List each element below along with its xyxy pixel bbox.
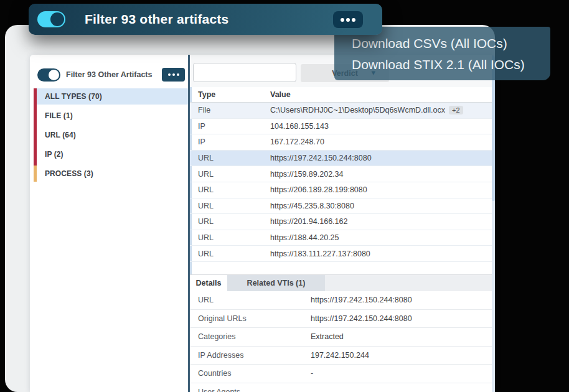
detail-row: Categories Extracted [190,328,492,347]
search-input[interactable] [194,68,302,77]
table-header: Type Value [190,87,492,103]
sidebar-item-all-types[interactable]: ALL TYPES (70) [37,88,188,105]
ellipsis-icon [346,18,350,22]
menu-item-download-csv[interactable]: Download CSVs (All IOCs) [334,33,550,54]
detail-row: Countries - [190,365,492,383]
sidebar-item-url[interactable]: URL (64) [37,127,188,143]
ioc-value: https://206.189.28.199:8080 [270,185,492,194]
ioc-value: 104.168.155.143 [270,122,492,131]
sidebar-filter-toggle[interactable] [37,68,60,82]
ioc-type: URL [190,202,270,210]
ioc-value: https://183.111.227.137:8080 [270,250,492,258]
ioc-value: 167.172.248.70 [270,138,492,146]
ioc-value: https://159.89.202.34 [270,170,492,179]
menu-item-download-stix[interactable]: Download STIX 2.1 (All IOCs) [334,54,550,75]
ellipsis-icon [341,18,344,22]
details-panel: URL https://197.242.150.244:8080 Origina… [190,291,492,392]
tab-details[interactable]: Details [190,275,227,291]
ioc-type: URL [190,185,270,194]
sidebar-item-ip[interactable]: IP (2) [37,146,188,162]
ioc-value: https://201.94.166.162 [270,217,492,226]
ellipsis-icon [177,73,179,76]
ioc-type: URL [190,250,270,258]
filter-banner: Filter 93 other artifacts [29,4,382,35]
table-row[interactable]: URL https://183.111.227.137:8080 [190,246,492,262]
ioc-type: IP [190,122,270,131]
detail-value: - [311,369,313,378]
detail-label: URL [190,296,311,304]
ioc-value: https://197.242.150.244:8080 [270,154,492,162]
detail-label: Original URLs [190,314,311,323]
ioc-value: https://45.235.8.30:8080 [270,202,492,210]
sidebar-filter-label: Filter 93 Other Artifacts [66,70,152,79]
detail-row: User Agents [190,383,492,392]
ellipsis-icon [172,73,175,76]
table-row[interactable]: File C:\Users\RDHJ0C~1\Desktop\5Dq6sWcmD… [190,103,492,119]
ioc-type: URL [190,170,270,179]
table-row[interactable]: URL https://201.94.166.162 [190,214,492,230]
detail-value: https://197.242.150.244:8080 [311,296,412,304]
detail-row: Original URLs https://197.242.150.244:80… [190,310,492,329]
table-row[interactable]: URL https://188.44.20.25 [190,230,492,246]
ioc-type: URL [190,217,270,226]
sidebar-item-file[interactable]: FILE (1) [37,108,188,124]
detail-value: 197.242.150.244 [311,351,369,360]
detail-label: Countries [190,369,311,378]
toggle-knob [49,70,59,80]
ioc-type: URL [190,233,270,242]
sidebar-filter-list: ALL TYPES (70) FILE (1) URL (64) IP (2) … [37,88,188,185]
sidebar: Filter 93 Other Artifacts ALL TYPES (70)… [30,55,188,392]
ioc-value: https://188.44.20.25 [270,233,492,242]
detail-label: User Agents [190,388,311,392]
ioc-type: URL [190,154,270,162]
ellipsis-icon [168,73,171,76]
vertical-scrollbar[interactable] [492,55,495,392]
artifacts-panel: Filter 93 Other Artifacts ALL TYPES (70)… [30,55,495,392]
banner-filter-label: Filter 93 other artifacts [85,12,228,27]
detail-label: Categories [190,332,311,341]
ellipsis-icon [352,18,355,22]
detail-row: URL https://197.242.150.244:8080 [190,291,492,310]
table-row-selected[interactable]: URL https://197.242.150.244:8080 [190,151,492,167]
table-row[interactable]: IP 167.172.248.70 [190,134,492,151]
column-header-type: Type [190,90,270,99]
sidebar-item-process[interactable]: PROCESS (3) [37,166,188,182]
details-tabbar: Details Related VTIs (1) [190,274,492,291]
column-header-value: Value [270,90,291,99]
detail-label: IP Addresses [190,351,311,360]
ioc-table: File C:\Users\RDHJ0C~1\Desktop\5Dq6sWcmD… [190,103,492,262]
table-row[interactable]: URL https://159.89.202.34 [190,166,492,182]
detail-row: IP Addresses 197.242.150.244 [190,347,492,365]
table-row[interactable]: URL https://206.189.28.199:8080 [190,182,492,198]
tab-related-vtis[interactable]: Related VTIs (1) [227,275,325,291]
ioc-type: File [190,106,270,114]
sidebar-header: Filter 93 Other Artifacts [37,67,185,82]
banner-filter-toggle[interactable] [37,11,65,27]
ioc-main: Verdict ▾ Type Value File C:\Users\RDHJ0… [190,55,495,392]
sidebar-ellipsis-button[interactable] [162,68,185,82]
detail-value: Extracted [311,332,344,341]
toggle-knob [50,12,64,26]
table-row[interactable]: IP 104.168.155.143 [190,119,492,135]
ioc-type: IP [190,138,270,146]
ioc-value-text: C:\Users\RDHJ0C~1\Desktop\5Dq6sWcmD.dll.… [270,106,445,114]
more-count-badge[interactable]: +2 [449,106,463,114]
detail-value: https://197.242.150.244:8080 [311,314,412,323]
banner-ellipsis-button[interactable] [333,11,363,28]
search-box [193,63,296,82]
ioc-value: C:\Users\RDHJ0C~1\Desktop\5Dq6sWcmD.dll.… [270,106,492,114]
table-row[interactable]: URL https://45.235.8.30:8080 [190,198,492,215]
